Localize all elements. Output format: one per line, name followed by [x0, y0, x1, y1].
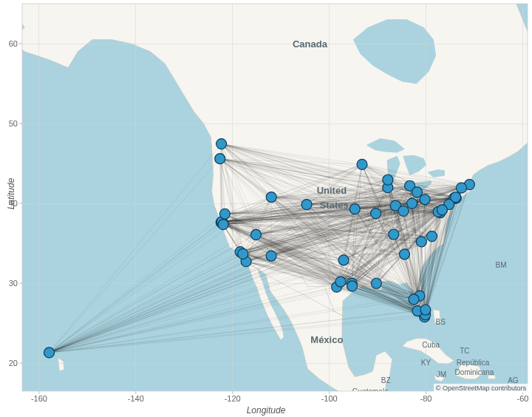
- tick-label-x: -160: [31, 394, 47, 403]
- airport-node[interactable]: [437, 205, 447, 215]
- bahamas: [433, 310, 440, 323]
- airport-node[interactable]: [420, 305, 431, 315]
- airport-node[interactable]: [426, 231, 437, 242]
- tick-label-x: -60: [517, 394, 529, 403]
- airport-node[interactable]: [371, 208, 381, 219]
- tick-label-y: 50: [9, 119, 18, 128]
- airport-node[interactable]: [44, 348, 55, 358]
- map-root: Latitude Longitude CanadaUnitedStatesMéx…: [0, 0, 532, 417]
- airport-node[interactable]: [347, 281, 358, 291]
- airport-node[interactable]: [301, 200, 312, 210]
- axis-title-y: Latitude: [6, 178, 16, 210]
- airport-node[interactable]: [456, 183, 466, 193]
- airport-node[interactable]: [389, 229, 399, 240]
- airport-node[interactable]: [409, 294, 419, 305]
- tick-label-y: 60: [9, 39, 18, 48]
- airport-node[interactable]: [349, 204, 360, 214]
- airport-node[interactable]: [238, 248, 248, 259]
- tick-label-y: 30: [9, 279, 18, 288]
- airport-node[interactable]: [335, 277, 346, 287]
- airport-node[interactable]: [215, 154, 225, 164]
- tick-label-x: -120: [225, 394, 241, 403]
- airport-node[interactable]: [451, 192, 461, 203]
- tick-label-x: -80: [420, 394, 432, 403]
- airport-node[interactable]: [266, 251, 276, 261]
- axis-title-x: Longitude: [0, 405, 532, 416]
- tick-label-x: -100: [321, 394, 338, 403]
- airport-node[interactable]: [400, 249, 410, 260]
- attribution-text: © OpenStreetMap contributors: [434, 384, 528, 393]
- airport-node[interactable]: [371, 278, 381, 288]
- airport-node[interactable]: [398, 206, 409, 216]
- puerto-rico: [488, 375, 496, 379]
- tick-label-x: -140: [128, 394, 144, 403]
- airport-node[interactable]: [407, 198, 417, 208]
- airport-node[interactable]: [357, 159, 367, 169]
- map-svg[interactable]: CanadaUnitedStatesMéxicoCubaKYBSJMTCRepú…: [0, 0, 532, 417]
- airport-node[interactable]: [420, 194, 430, 205]
- airport-node[interactable]: [383, 174, 393, 185]
- tick-label-y: 20: [9, 359, 18, 367]
- airport-node[interactable]: [216, 139, 227, 149]
- airport-node[interactable]: [338, 255, 349, 265]
- airport-node[interactable]: [416, 237, 426, 247]
- airport-node[interactable]: [266, 192, 276, 203]
- airport-node[interactable]: [218, 220, 228, 230]
- airport-node[interactable]: [412, 187, 422, 197]
- airport-node[interactable]: [219, 208, 230, 219]
- airport-node[interactable]: [250, 229, 261, 240]
